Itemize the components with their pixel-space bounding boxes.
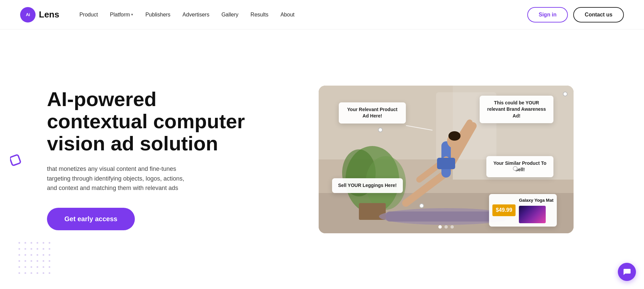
ad-overlay-1: Your Relevant Product Ad Here! <box>339 102 406 124</box>
nav-product[interactable]: Product <box>79 12 98 18</box>
dot-indicator-1 <box>378 128 383 132</box>
ad-price-badge: $49.99 <box>492 204 516 216</box>
chat-bubble-button[interactable] <box>618 263 636 281</box>
carousel-dot-3[interactable] <box>450 225 454 229</box>
signin-button[interactable]: Sign in <box>527 7 568 22</box>
dots-decoration-bottom-left <box>18 242 52 276</box>
dot-indicator-4 <box>563 92 568 96</box>
nav-results[interactable]: Results <box>251 12 268 18</box>
svg-rect-0 <box>10 154 21 165</box>
ad-overlay-4: Sell YOUR Leggings Here! <box>332 178 403 193</box>
nav-advertisers[interactable]: Advertisers <box>182 12 209 18</box>
svg-rect-11 <box>386 211 506 222</box>
nav-actions: Sign in Contact us <box>527 7 624 22</box>
carousel-dots <box>438 225 454 229</box>
nav-gallery[interactable]: Gallery <box>221 12 238 18</box>
ad-product-name: Galaxy Yoga Mat <box>519 197 553 203</box>
svg-rect-19 <box>437 158 455 169</box>
nav-about[interactable]: About <box>280 12 294 18</box>
nav-links: Product Platform ▾ Publishers Advertiser… <box>79 12 527 18</box>
nav-publishers[interactable]: Publishers <box>145 12 170 18</box>
contact-button[interactable]: Contact us <box>573 7 624 22</box>
hero-image-area: Your Relevant Product Ad Here! This coul… <box>268 86 624 233</box>
ad-overlay-5: $49.99 Galaxy Yoga Mat <box>489 194 557 226</box>
dot-indicator-3 <box>419 203 424 208</box>
nav-platform[interactable]: Platform ▾ <box>110 12 133 18</box>
navbar: Ai Lens Product Platform ▾ Publishers Ad… <box>0 0 644 30</box>
hero-section: AI-powered contextual computer vision ad… <box>0 30 644 289</box>
ad-product-inner: $49.99 Galaxy Yoga Mat <box>492 197 553 223</box>
logo[interactable]: Ai Lens <box>20 7 59 22</box>
logo-icon: Ai <box>20 7 36 22</box>
logo-text: Lens <box>39 9 59 20</box>
hero-image-container: Your Relevant Product Ad Here! This coul… <box>319 86 574 233</box>
carousel-dot-1[interactable] <box>438 225 442 229</box>
chevron-down-icon: ▾ <box>131 12 133 17</box>
cta-button[interactable]: Get early access <box>47 208 135 230</box>
dot-indicator-2 <box>513 166 518 171</box>
hero-subtitle: that monetizes any visual content and fi… <box>47 164 195 193</box>
decorative-shape-left <box>10 152 24 166</box>
chat-icon <box>623 268 631 276</box>
ad-overlay-3: Your Similar Product To Sell! <box>486 156 553 177</box>
svg-point-18 <box>448 131 461 141</box>
hero-content: AI-powered contextual computer vision ad… <box>47 88 248 230</box>
hero-title: AI-powered contextual computer vision ad… <box>47 88 248 155</box>
ad-overlay-2: This could be YOUR relevant Brand Awaren… <box>480 96 553 124</box>
ad-product-image <box>519 206 546 223</box>
carousel-dot-2[interactable] <box>444 225 448 229</box>
